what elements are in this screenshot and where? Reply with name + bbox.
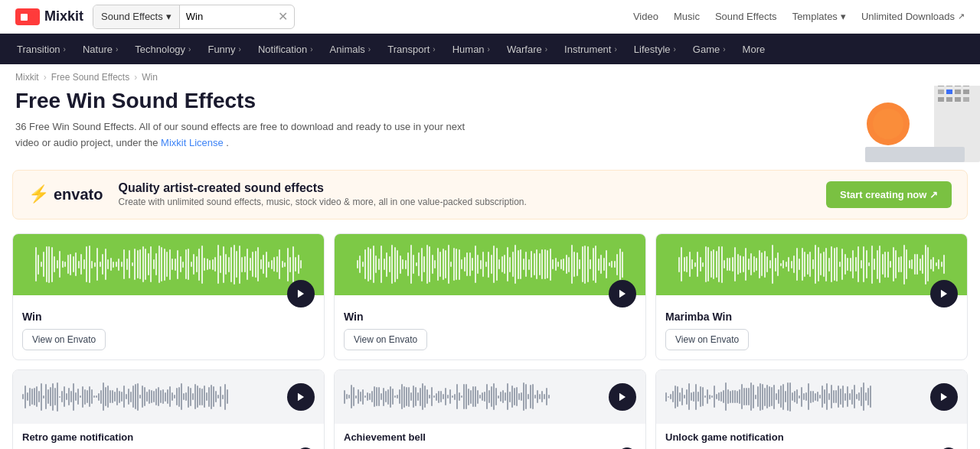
logo-text: Mixkit <box>44 8 83 24</box>
breadcrumb-current: Win <box>142 72 158 83</box>
nav-music-link[interactable]: Music <box>674 11 700 22</box>
list-waveform-bars-1 <box>344 378 603 416</box>
card-body-0: Win View on Envato <box>13 295 324 360</box>
card-title-1: Win <box>344 311 636 323</box>
svg-rect-10 <box>963 89 969 94</box>
cat-item-transport[interactable]: Transport › <box>380 34 443 64</box>
cat-item-lifestyle[interactable]: Lifestyle › <box>626 34 684 64</box>
envato-leaf-icon: ⚡ <box>28 184 49 204</box>
nav-left: Mixkit Sound Effects ▾ ✕ <box>15 5 295 29</box>
cat-item-animals[interactable]: Animals › <box>322 34 379 64</box>
svg-rect-4 <box>946 86 952 86</box>
featured-cards-grid: Win View on Envato Win View on Envato <box>12 233 968 360</box>
envato-logo: ⚡ envato <box>28 184 103 204</box>
svg-marker-23 <box>941 392 947 401</box>
svg-rect-3 <box>938 86 944 86</box>
category-nav: Transition › Nature › Technology › Funny… <box>0 34 980 64</box>
list-waveform-bars-2 <box>665 378 924 416</box>
play-button-0[interactable] <box>287 280 315 307</box>
external-link-icon: ↗ <box>958 11 965 21</box>
envato-heading: Quality artist-created sound effects <box>118 181 526 195</box>
svg-rect-12 <box>946 97 952 102</box>
search-category-dropdown[interactable]: Sound Effects ▾ <box>93 5 180 28</box>
cat-item-warfare[interactable]: Warfare › <box>499 34 555 64</box>
waveform-bars-2 <box>671 242 951 288</box>
license-link[interactable]: Mixkit License <box>161 137 224 148</box>
hero-description: 36 Free Win Sound Effects. All of our so… <box>15 119 475 151</box>
search-input[interactable] <box>180 11 272 22</box>
top-nav: Mixkit Sound Effects ▾ ✕ Video Music Sou… <box>0 0 980 34</box>
chevron-icon: › <box>310 45 312 54</box>
breadcrumb-mixkit[interactable]: Mixkit <box>15 72 39 83</box>
list-waveform-0[interactable] <box>13 370 324 424</box>
svg-marker-20 <box>941 289 947 298</box>
chevron-icon: › <box>545 45 547 54</box>
chevron-icon: › <box>614 45 616 54</box>
play-button-1[interactable] <box>609 280 636 307</box>
waveform-area-1[interactable] <box>335 234 645 295</box>
waveform-area-0[interactable] <box>13 234 324 295</box>
nav-templates-link[interactable]: Templates ▾ <box>792 11 846 22</box>
cat-item-more[interactable]: More <box>735 34 773 64</box>
chevron-down-icon: ▾ <box>166 11 172 22</box>
svg-point-16 <box>873 109 903 139</box>
list-card-body-1: Achievement bell Bell Win 0:02 <box>335 424 645 449</box>
search-clear-button[interactable]: ✕ <box>272 9 294 24</box>
list-cards-section: Retro game notification Arcade Video Gam… <box>0 360 980 449</box>
list-waveform-bars-0 <box>22 378 281 416</box>
list-card-body-0: Retro game notification Arcade Video Gam… <box>13 424 324 449</box>
chevron-icon: › <box>723 45 725 54</box>
list-waveform-2[interactable] <box>656 370 967 424</box>
search-category-label: Sound Effects <box>101 11 163 22</box>
cat-item-transition[interactable]: Transition › <box>9 34 74 64</box>
nav-video-link[interactable]: Video <box>633 11 658 22</box>
list-play-button-0[interactable] <box>287 383 315 411</box>
svg-rect-0 <box>21 14 28 21</box>
svg-marker-22 <box>619 392 626 401</box>
unlimited-downloads-link[interactable]: Unlimited Downloads ↗ <box>861 11 965 22</box>
cat-item-instrument[interactable]: Instrument › <box>557 34 625 64</box>
cat-item-human[interactable]: Human › <box>445 34 498 64</box>
chevron-icon: › <box>368 45 371 54</box>
svg-marker-19 <box>619 289 626 298</box>
list-play-button-2[interactable] <box>930 383 958 411</box>
cat-item-funny[interactable]: Funny › <box>200 34 248 64</box>
list-card-title-2: Unlock game notification <box>665 431 958 443</box>
chevron-icon: › <box>674 45 676 54</box>
svg-marker-1 <box>28 13 34 21</box>
view-on-envato-button-1[interactable]: View on Envato <box>344 329 427 350</box>
svg-rect-9 <box>955 89 961 94</box>
featured-card-1: Win View on Envato <box>334 233 646 360</box>
cat-item-technology[interactable]: Technology › <box>127 34 198 64</box>
cat-item-nature[interactable]: Nature › <box>75 34 126 64</box>
view-on-envato-button-2[interactable]: View on Envato <box>665 329 749 350</box>
nav-sound-effects-link[interactable]: Sound Effects <box>715 11 777 22</box>
svg-rect-14 <box>963 97 969 102</box>
svg-marker-18 <box>298 289 304 298</box>
svg-rect-13 <box>955 97 961 102</box>
featured-card-2: Marimba Win View on Envato <box>655 233 968 360</box>
chevron-down-icon: ▾ <box>841 11 846 22</box>
list-play-button-1[interactable] <box>609 383 636 411</box>
brand-logo[interactable]: Mixkit <box>15 8 83 25</box>
list-card-1: Achievement bell Bell Win 0:02 <box>334 369 646 449</box>
search-bar: Sound Effects ▾ ✕ <box>93 5 295 29</box>
list-card-body-2: Unlock game notification Game Video Game… <box>656 424 967 449</box>
play-button-2[interactable] <box>930 280 958 307</box>
view-on-envato-button-0[interactable]: View on Envato <box>22 329 106 350</box>
svg-rect-11 <box>938 97 944 102</box>
list-waveform-1[interactable] <box>335 370 645 424</box>
svg-rect-6 <box>963 86 969 86</box>
waveform-area-2[interactable] <box>656 234 967 295</box>
breadcrumb-separator: › <box>134 72 137 83</box>
chevron-icon: › <box>64 45 66 54</box>
breadcrumb-free-sound-effects[interactable]: Free Sound Effects <box>51 72 130 83</box>
cat-item-notification[interactable]: Notification › <box>250 34 321 64</box>
logo-icon <box>15 8 40 25</box>
envato-cta-button[interactable]: Start creating now ↗ <box>826 181 952 208</box>
cat-item-game[interactable]: Game › <box>685 34 733 64</box>
featured-cards-section: Win View on Envato Win View on Envato <box>0 226 980 360</box>
chevron-icon: › <box>116 45 118 54</box>
chevron-icon: › <box>433 45 435 54</box>
waveform-bars-0 <box>28 242 308 288</box>
